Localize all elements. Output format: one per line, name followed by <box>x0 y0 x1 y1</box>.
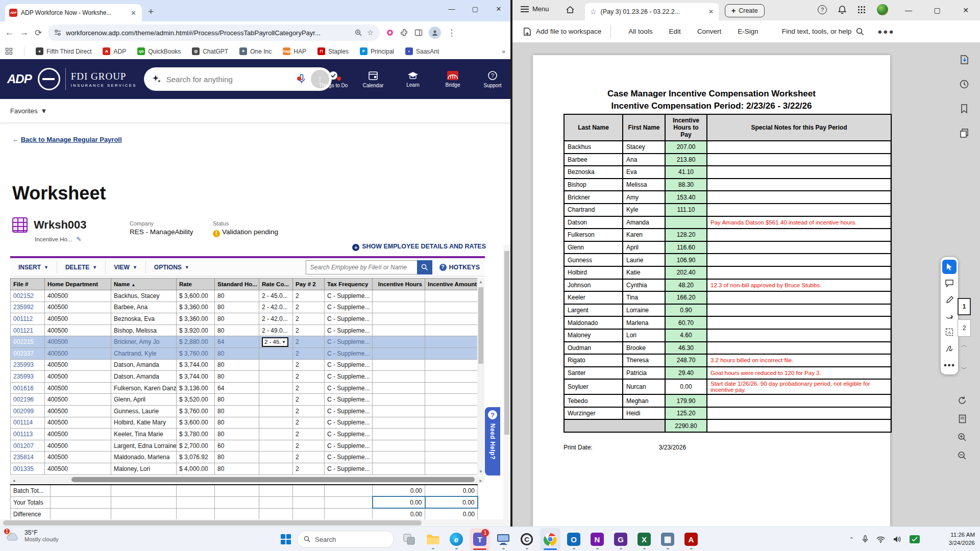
cell-tax-frequency[interactable]: C - Suppleme... <box>325 347 373 359</box>
account-avatar[interactable] <box>877 4 888 15</box>
cell-standard-hours[interactable]: 80 <box>215 302 259 313</box>
cell-incentive-hours[interactable] <box>373 313 425 325</box>
cell-incentive-amount[interactable] <box>425 429 478 440</box>
cell-standard-hours[interactable]: 80 <box>215 290 259 302</box>
totals-amount[interactable]: 0.00 <box>425 496 478 508</box>
adp-nav-support[interactable]: ?Support <box>478 70 507 88</box>
bookmark-staples[interactable]: ⊓Staples <box>317 47 349 55</box>
bookmark-fifth-third-direct[interactable]: ●Fifth Third Direct <box>36 47 91 55</box>
cell-home-department[interactable]: 400500 <box>45 371 111 383</box>
page-view-icon[interactable] <box>959 414 966 423</box>
pencil-tool-icon[interactable] <box>942 292 957 307</box>
notifications-bell-icon[interactable] <box>838 5 846 14</box>
cell-file-number[interactable]: 002099 <box>11 405 45 417</box>
maximize-button[interactable]: ▢ <box>923 0 951 20</box>
column-header[interactable]: Standard Ho... <box>215 279 259 290</box>
cell-incentive-hours[interactable] <box>373 347 425 359</box>
cell-incentive-hours[interactable] <box>373 440 425 452</box>
grid-row[interactable]: 235993400500Datson, Amanda$ 3,744.00802C… <box>11 371 478 383</box>
bookmark-icon[interactable] <box>958 102 971 115</box>
acrobat-icon[interactable]: A <box>681 528 701 550</box>
cell-rate-code[interactable] <box>259 440 293 452</box>
column-header[interactable]: File # <box>11 279 45 290</box>
zoom-in-icon[interactable] <box>958 433 967 442</box>
cell-file-number[interactable]: 001114 <box>11 417 45 429</box>
cell-name[interactable]: Datson, Amanda <box>111 371 177 383</box>
cell-name[interactable]: Bishop, Melissa <box>111 324 177 336</box>
cell-rate[interactable]: $ 3,600.00 <box>177 290 215 302</box>
hotkeys-button[interactable]: ?HOTKEYS <box>439 264 480 271</box>
cell-home-department[interactable]: 400500 <box>45 440 111 452</box>
wifi-icon[interactable] <box>876 536 885 543</box>
site-info-icon[interactable] <box>54 29 61 36</box>
cell-rate[interactable]: $ 3,360.00 <box>177 302 215 313</box>
cell-name[interactable]: Beznoska, Eva <box>111 313 177 325</box>
back-icon[interactable]: ← <box>5 28 14 38</box>
zoom-out-icon[interactable] <box>958 451 967 460</box>
cell-standard-hours[interactable]: 80 <box>215 347 259 359</box>
cell-rate-code[interactable]: 2 - 45.▼ <box>259 336 293 348</box>
menu-button[interactable]: Menu <box>521 5 549 13</box>
extensions-puzzle-icon[interactable] <box>400 29 408 37</box>
column-header[interactable]: Name ▲ <box>111 279 177 290</box>
cell-rate[interactable]: $ 3,744.00 <box>177 359 215 371</box>
options-button[interactable]: OPTIONS▼ <box>146 261 198 273</box>
start-button[interactable] <box>280 533 292 545</box>
grid-row[interactable]: 001335400500Maloney, Lori$ 4,000.00802C … <box>11 463 478 474</box>
cell-incentive-hours[interactable] <box>373 336 425 348</box>
remote-desktop-icon[interactable] <box>493 528 513 550</box>
cell-rate-code[interactable] <box>259 463 293 474</box>
page-vertical-scrollbar[interactable] <box>503 245 510 551</box>
bookmark-principal[interactable]: PPrincipal <box>360 47 394 55</box>
cell-pay-2[interactable]: 2 <box>293 290 325 302</box>
tray-expand-icon[interactable]: ⌃ <box>849 536 854 543</box>
cell-tax-frequency[interactable]: C - Suppleme... <box>325 417 373 429</box>
cell-name[interactable]: Maldonado, Marlena <box>111 452 177 463</box>
grid-row[interactable]: 235993400500Datson, Amanda$ 3,744.00802C… <box>11 359 478 371</box>
column-header[interactable]: Rate <box>177 279 215 290</box>
adp-nav-things-to-do[interactable]: Things to Do <box>318 70 348 88</box>
cell-rate[interactable]: $ 3,760.00 <box>177 405 215 417</box>
cell-rate-code[interactable] <box>259 394 293 406</box>
find-button[interactable]: Find text, tools, or help <box>782 28 865 36</box>
cell-name[interactable]: Gunness, Laurie <box>111 405 177 417</box>
cell-incentive-hours[interactable] <box>373 371 425 383</box>
employee-search-input[interactable] <box>306 260 417 274</box>
cell-tax-frequency[interactable]: C - Suppleme... <box>325 463 373 474</box>
edit-pencil-icon[interactable]: ✎ <box>77 236 82 243</box>
grid-row[interactable]: 001207400500Largent, Edna Lorraine$ 2,70… <box>11 440 478 452</box>
tab-close-icon[interactable]: ✕ <box>129 9 138 17</box>
cell-pay-2[interactable]: 2 <box>293 302 325 313</box>
cell-standard-hours[interactable]: 80 <box>215 324 259 336</box>
eraser-tool-icon[interactable] <box>942 309 957 323</box>
acrobat-tab-convert[interactable]: Convert <box>697 28 721 35</box>
cell-file-number[interactable]: 235993 <box>11 371 45 383</box>
cell-rate-code[interactable] <box>259 347 293 359</box>
pdf-tab[interactable]: ☆ (Pay 3) 01.23.26 - 03.22.2... ✕ <box>585 3 719 20</box>
edge-icon[interactable]: e <box>446 528 467 550</box>
cell-rate[interactable]: $ 3,520.00 <box>177 394 215 406</box>
cell-incentive-amount[interactable] <box>425 336 478 348</box>
cell-standard-hours[interactable]: 80 <box>215 313 259 325</box>
cell-incentive-hours[interactable] <box>373 394 425 406</box>
browser-menu-icon[interactable]: ⋮ <box>447 28 456 38</box>
grid-horizontal-scrollbar[interactable]: ◄ ► <box>10 476 484 483</box>
cell-incentive-amount[interactable] <box>425 382 478 394</box>
cell-standard-hours[interactable]: 64 <box>215 382 259 394</box>
more-options-icon[interactable]: ●●● <box>877 27 894 36</box>
cell-incentive-hours[interactable] <box>373 324 425 336</box>
cell-name[interactable]: Keeler, Tina Marie <box>111 429 177 440</box>
cell-incentive-amount[interactable] <box>425 347 478 359</box>
cell-rate-code[interactable] <box>259 382 293 394</box>
cell-rate-code[interactable] <box>259 371 293 383</box>
cell-incentive-hours[interactable] <box>373 452 425 463</box>
cell-file-number[interactable]: 002215 <box>11 336 45 348</box>
cell-incentive-amount[interactable] <box>425 359 478 371</box>
cell-rate[interactable]: $ 3,360.00 <box>177 313 215 325</box>
grid-row[interactable]: 002337400500Chartrand, Kyle$ 3,760.00802… <box>11 347 478 359</box>
cell-pay-2[interactable]: 2 <box>293 382 325 394</box>
cell-incentive-amount[interactable] <box>425 290 478 302</box>
add-file-button[interactable]: Add file to workspace <box>523 27 601 36</box>
forward-icon[interactable]: → <box>20 28 29 38</box>
bookmark-adp[interactable]: AADP <box>103 47 126 55</box>
